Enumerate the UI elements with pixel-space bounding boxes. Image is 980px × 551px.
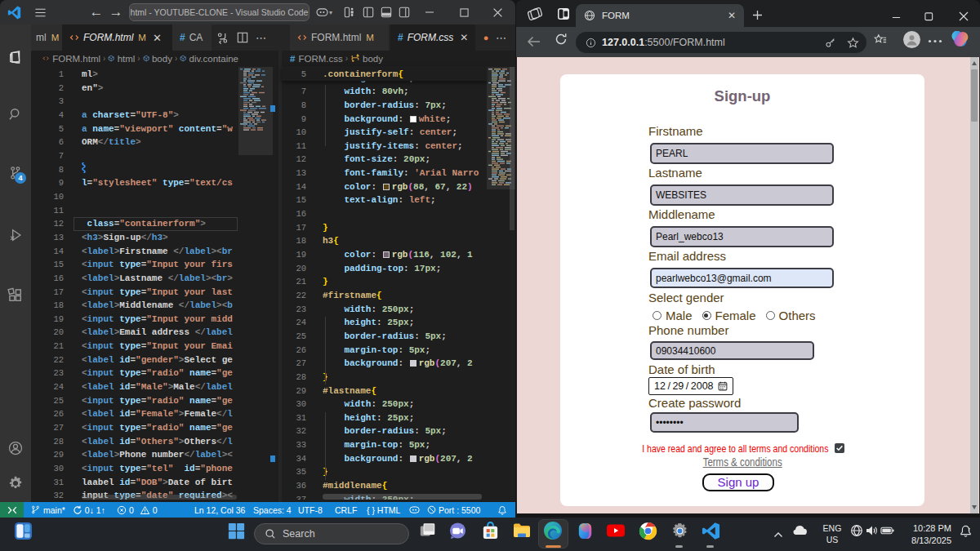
- svg-text:z: z: [968, 526, 970, 531]
